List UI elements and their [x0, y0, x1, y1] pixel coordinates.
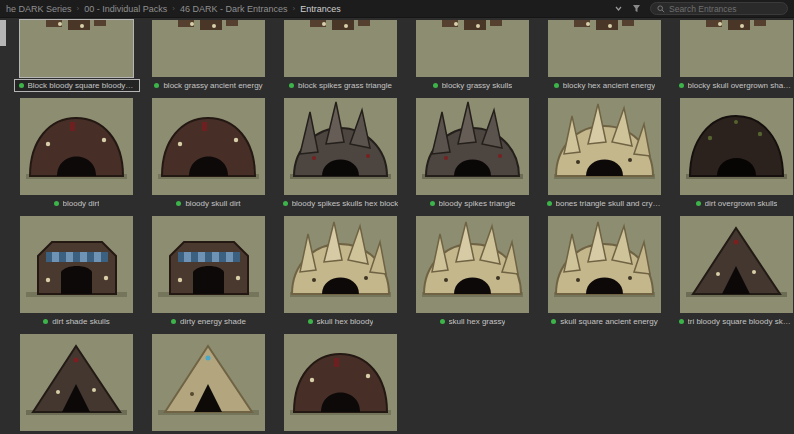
entrance-thumbnail[interactable]	[152, 334, 265, 431]
breadcrumb-item-entrances[interactable]: Entrances	[300, 4, 341, 14]
entrance-art	[20, 98, 133, 195]
item-label-row: blocky grassy skulls	[429, 80, 517, 91]
item-label: skull hex grassy	[449, 317, 506, 326]
entrance-thumbnail[interactable]	[152, 216, 265, 313]
search-box[interactable]	[650, 2, 788, 15]
entrance-art	[284, 98, 397, 195]
grid-item[interactable]: blocky skull overgrown shader	[680, 20, 793, 91]
grid-item[interactable]: block spikes grass triangle	[284, 20, 397, 91]
item-label: skull square ancient energy	[560, 317, 657, 326]
item-label: dirty energy shade	[180, 317, 246, 326]
item-label-row: block spikes grass triangle	[285, 80, 396, 91]
entrance-thumbnail[interactable]	[20, 334, 133, 431]
grid-item[interactable]	[284, 334, 397, 434]
entrance-art	[20, 334, 133, 431]
status-dot-icon	[430, 201, 435, 206]
search-icon	[657, 5, 665, 13]
breadcrumb: he DARK Series › 00 - Individual Packs ›…	[6, 4, 341, 14]
item-label-row: Block bloody square bloody skulls	[15, 80, 139, 91]
item-label: bloody spikes triangle	[439, 199, 516, 208]
item-label-row: bloody spikes triangle	[426, 198, 520, 209]
scrollbar-fragment[interactable]	[0, 20, 6, 46]
entrance-thumbnail[interactable]	[680, 98, 793, 195]
entrance-art	[152, 98, 265, 195]
entrance-thumbnail[interactable]	[284, 20, 397, 77]
breadcrumb-item-individual-packs[interactable]: 00 - Individual Packs	[84, 4, 167, 14]
item-label: Block bloody square bloody skulls	[28, 81, 135, 90]
entrance-thumbnail[interactable]	[416, 216, 529, 313]
topbar-actions	[614, 2, 788, 15]
item-label-row: dirt shade skulls	[39, 316, 113, 327]
item-label: bloody dirt	[63, 199, 100, 208]
entrance-thumbnail[interactable]	[548, 98, 661, 195]
entrance-art	[152, 216, 265, 313]
grid-item[interactable]: skull square ancient energy	[548, 216, 661, 327]
entrance-thumbnail[interactable]	[284, 216, 397, 313]
grid-item[interactable]: blocky grassy skulls	[416, 20, 529, 91]
item-label: block spikes grass triangle	[298, 81, 392, 90]
entrance-art	[284, 20, 397, 77]
entrance-thumbnail[interactable]	[680, 216, 793, 313]
item-label-row: bloody skull dirt	[172, 198, 244, 209]
entrance-thumbnail[interactable]	[548, 216, 661, 313]
entrance-thumbnail[interactable]	[680, 20, 793, 77]
status-dot-icon	[308, 319, 313, 324]
status-dot-icon	[440, 319, 445, 324]
item-label: dirt overgrown skulls	[705, 199, 778, 208]
entrance-art	[680, 98, 793, 195]
search-input[interactable]	[669, 4, 781, 14]
filter-icon[interactable]	[632, 4, 641, 13]
status-dot-icon	[176, 201, 181, 206]
entrance-thumbnail[interactable]	[152, 20, 265, 77]
grid-item[interactable]: bones triangle skull and crystals	[548, 98, 661, 209]
item-label-row: bones triangle skull and crystals	[543, 198, 667, 209]
entrance-art	[548, 20, 661, 77]
grid-item[interactable]: bloody dirt	[20, 98, 133, 209]
entrance-thumbnail[interactable]	[548, 20, 661, 77]
grid-item[interactable]: tri bloody square bloody skulls	[680, 216, 793, 327]
item-label-row: skull hex grassy	[436, 316, 510, 327]
status-dot-icon	[551, 319, 556, 324]
grid-item[interactable]: dirty energy shade	[152, 216, 265, 327]
status-dot-icon	[283, 201, 288, 206]
status-dot-icon	[54, 201, 59, 206]
entrance-art	[548, 98, 661, 195]
grid-item[interactable]: dirt overgrown skulls	[680, 98, 793, 209]
grid-item[interactable]	[152, 334, 265, 434]
entrance-thumbnail[interactable]	[20, 98, 133, 195]
grid-item[interactable]: bloody spikes triangle	[416, 98, 529, 209]
grid-item[interactable]: skull hex bloody	[284, 216, 397, 327]
entrance-art	[680, 20, 793, 77]
breadcrumb-item-dark-entrances[interactable]: 46 DARK - Dark Entrances	[180, 4, 288, 14]
entrance-thumbnail[interactable]	[20, 216, 133, 313]
entrance-art	[284, 216, 397, 313]
status-dot-icon	[154, 83, 159, 88]
entrance-thumbnail[interactable]	[152, 98, 265, 195]
entrance-thumbnail[interactable]	[284, 334, 397, 431]
status-dot-icon	[679, 83, 684, 88]
grid-item[interactable]: bloody spikes skulls hex block	[284, 98, 397, 209]
breadcrumb-item-series[interactable]: he DARK Series	[6, 4, 72, 14]
entrance-thumbnail[interactable]	[416, 98, 529, 195]
grid-item[interactable]: block grassy ancient energy	[152, 20, 265, 91]
breadcrumb-separator: ›	[172, 4, 175, 13]
entrance-art	[416, 98, 529, 195]
status-dot-icon	[171, 319, 176, 324]
entrance-art	[20, 20, 133, 77]
item-label-row: dirt overgrown skulls	[692, 198, 782, 209]
entrance-thumbnail[interactable]	[20, 20, 133, 77]
entrance-thumbnail[interactable]	[284, 98, 397, 195]
status-dot-icon	[554, 83, 559, 88]
grid-item[interactable]: skull hex grassy	[416, 216, 529, 327]
chevron-down-icon[interactable]	[614, 4, 623, 13]
status-dot-icon	[43, 319, 48, 324]
grid-item[interactable]: dirt shade skulls	[20, 216, 133, 327]
item-label-row: bloody spikes skulls hex block	[279, 198, 403, 209]
grid-item[interactable]	[20, 334, 133, 434]
grid-item[interactable]: blocky hex ancient energy	[548, 20, 661, 91]
grid-item[interactable]: Block bloody square bloody skulls	[20, 20, 133, 91]
item-label-row: tri bloody square bloody skulls	[675, 316, 794, 327]
grid-item[interactable]: bloody skull dirt	[152, 98, 265, 209]
item-label: blocky skull overgrown shader	[688, 81, 794, 90]
entrance-thumbnail[interactable]	[416, 20, 529, 77]
